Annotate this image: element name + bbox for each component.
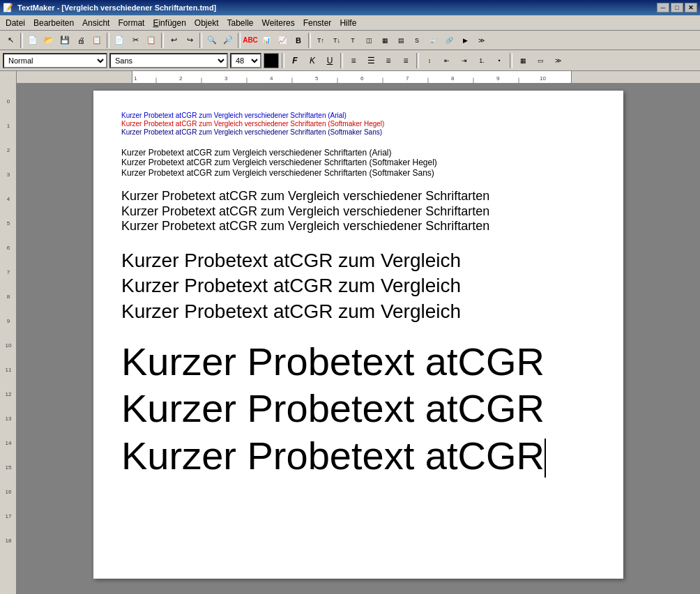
table-button[interactable]: ▦	[515, 53, 531, 68]
line-5-arial-xxlarge: Kurzer Probetext atCGR	[121, 338, 595, 385]
svg-text:18: 18	[6, 538, 12, 544]
svg-text:5: 5	[315, 75, 318, 82]
bullet-button[interactable]: •	[492, 53, 507, 68]
line-3-arial-large: Kurzer Probetext atCGR zum Vergleich ver…	[121, 189, 595, 204]
fmt-sep-1	[282, 53, 284, 68]
font-size-select[interactable]: 48	[230, 53, 261, 68]
indent-right-button[interactable]: ⇥	[457, 53, 472, 68]
find-button[interactable]: 🔍	[204, 33, 220, 48]
align-center-button[interactable]: ☰	[363, 53, 379, 68]
line-2-sans-medium: Kurzer Probetext atCGR zum Vergleich ver…	[121, 168, 595, 178]
numbering-button[interactable]: 1.	[474, 53, 489, 68]
line-4-hegel-xlarge: Kurzer Probetext atCGR zum Vergleich	[121, 273, 595, 298]
svg-text:9: 9	[7, 318, 10, 324]
svg-text:2: 2	[179, 75, 182, 82]
align-justify-button[interactable]: ≡	[398, 53, 413, 68]
tb5[interactable]: ▦	[377, 33, 393, 48]
indent-left-button[interactable]: ⇤	[439, 53, 455, 68]
menu-fenster[interactable]: Fenster	[299, 17, 336, 29]
menu-ansicht[interactable]: Ansicht	[78, 17, 114, 29]
menu-objekt[interactable]: Objekt	[190, 17, 223, 29]
svg-rect-1	[132, 71, 571, 83]
toolbar-sep-2	[107, 33, 109, 48]
tb4[interactable]: ◫	[361, 33, 376, 48]
line-height-button[interactable]: ↕	[422, 53, 437, 68]
svg-text:2: 2	[7, 147, 10, 153]
fmt-sep-3	[416, 53, 419, 68]
find2-button[interactable]: 🔎	[220, 33, 236, 48]
align-left-button[interactable]: ≡	[346, 53, 361, 68]
svg-text:8: 8	[7, 294, 10, 300]
svg-text:3: 3	[225, 75, 227, 82]
window-controls[interactable]: ─ □ ✕	[657, 3, 697, 13]
svg-text:4: 4	[7, 196, 10, 202]
cut-button[interactable]: ✂	[128, 33, 143, 48]
pointer-tool[interactable]: ↖	[3, 33, 18, 48]
toolbar-sep-5	[238, 33, 241, 48]
tb8[interactable]: 📰	[425, 33, 441, 48]
svg-text:10: 10	[6, 342, 12, 349]
window-title: TextMaker - [Vergleich verschiedener Sch…	[17, 3, 657, 12]
vertical-ruler: 0 1 2 3 4 5 6 7 8 9 10 11 12 13 14 15 16…	[0, 84, 17, 594]
fmt-sep-4	[510, 53, 512, 68]
maximize-button[interactable]: □	[671, 3, 683, 13]
svg-text:4: 4	[270, 75, 273, 82]
tb1[interactable]: T↑	[313, 33, 328, 48]
paste-button[interactable]: 📋	[144, 33, 159, 48]
close-button[interactable]: ✕	[685, 3, 697, 13]
toolbar: ↖ 📄 📂 💾 🖨 📋 📄 ✂ 📋 ↩ ↪ 🔍 🔎 ABC 📊 📈 B T↑ T…	[0, 31, 700, 50]
tb3[interactable]: T	[345, 33, 360, 48]
line-5-sans-xxlarge-cursor: Kurzer Probetext atCGR	[121, 432, 595, 479]
spell2-button[interactable]: 📊	[259, 33, 274, 48]
font-select[interactable]: Sans	[109, 53, 228, 68]
italic-button[interactable]: K	[305, 53, 320, 68]
menu-hilfe[interactable]: Hilfe	[335, 17, 360, 29]
format-toolbar: Normal Sans 48 F K U ≡ ☰ ≡ ≡ ↕ ⇤ ⇥ 1. • …	[0, 50, 700, 71]
svg-text:6: 6	[360, 75, 363, 82]
open-button[interactable]: 📂	[41, 33, 56, 48]
menu-einfuegen[interactable]: Einfügen	[149, 17, 190, 29]
svg-text:15: 15	[6, 464, 12, 471]
tb9[interactable]: 🔗	[441, 33, 457, 48]
svg-rect-2	[132, 71, 132, 83]
ruler-corner	[0, 71, 17, 84]
document-area[interactable]: Kurzer Probetext atCGR zum Vergleich ver…	[17, 84, 700, 594]
frame-button[interactable]: ▭	[533, 53, 548, 68]
print-button[interactable]: 🖨	[73, 33, 89, 48]
bold-toolbar[interactable]: B	[291, 33, 306, 48]
minimize-button[interactable]: ─	[657, 3, 669, 13]
menu-format[interactable]: Format	[114, 17, 149, 29]
spell-button[interactable]: ABC	[243, 33, 258, 48]
menu-weiteres[interactable]: Weiteres	[258, 17, 299, 29]
line-2-hegel-medium: Kurzer Probetext atCGR zum Vergleich ver…	[121, 158, 595, 167]
print2-button[interactable]: 📋	[89, 33, 105, 48]
menu-bearbeiten[interactable]: Bearbeiten	[29, 17, 78, 29]
align-right-button[interactable]: ≡	[381, 53, 396, 68]
gap-1	[121, 137, 595, 148]
undo-button[interactable]: ↩	[166, 33, 181, 48]
svg-text:9: 9	[496, 75, 499, 82]
gap-2	[121, 178, 595, 189]
new-button[interactable]: 📄	[25, 33, 40, 48]
more-button[interactable]: ≫	[550, 53, 565, 68]
tb6[interactable]: ▤	[393, 33, 409, 48]
svg-text:12: 12	[6, 391, 12, 397]
underline-button[interactable]: U	[322, 53, 337, 68]
tb11[interactable]: ≫	[473, 33, 489, 48]
save-button[interactable]: 💾	[57, 33, 73, 48]
menu-tabelle[interactable]: Tabelle	[223, 17, 258, 29]
copy-button[interactable]: 📄	[112, 33, 127, 48]
paragraph-style-select[interactable]: Normal	[3, 53, 107, 68]
tb7[interactable]: S	[409, 33, 425, 48]
svg-text:0: 0	[7, 98, 10, 105]
menu-datei[interactable]: Datei	[1, 17, 29, 29]
gap-4	[121, 324, 595, 338]
line-1-sans-small-darkblue: Kurzer Probetext atCGR zum Vergleich ver…	[121, 128, 595, 137]
tb2[interactable]: T↓	[329, 33, 344, 48]
font-color-button[interactable]	[264, 53, 279, 68]
title-bar: 📝 TextMaker - [Vergleich verschiedener S…	[0, 0, 700, 15]
spell3-button[interactable]: 📈	[275, 33, 290, 48]
tb10[interactable]: ▶	[457, 33, 473, 48]
redo-button[interactable]: ↪	[182, 33, 197, 48]
bold-button[interactable]: F	[287, 53, 303, 68]
